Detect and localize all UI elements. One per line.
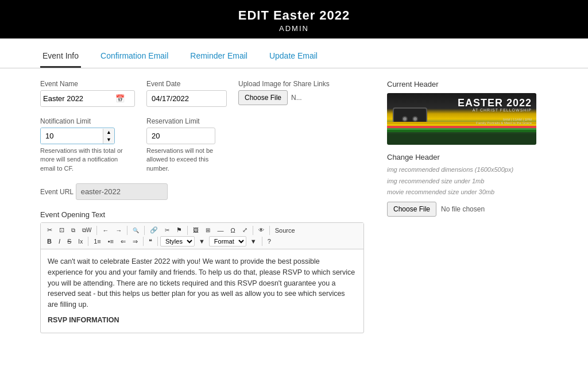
spinner-wrapper: ▲ ▼: [40, 128, 115, 144]
event-url-label: Event URL: [40, 188, 74, 196]
toolbar-link[interactable]: 🔗: [147, 225, 161, 235]
toolbar-undo[interactable]: ←: [99, 226, 111, 235]
upload-label: Upload Image for Share Links: [238, 80, 364, 88]
notification-limit-label: Notification Limit: [40, 117, 135, 125]
sep5: [253, 226, 253, 235]
toolbar-cut[interactable]: ✂: [44, 225, 55, 235]
event-url-input[interactable]: [76, 183, 168, 200]
toolbar-italic[interactable]: I: [56, 237, 63, 246]
right-column: Current Header: [387, 80, 548, 339]
easter-text-area: EASTER 2022 AT CHRIST FELLOWSHIP 9AM | 1…: [458, 98, 532, 125]
styles-select[interactable]: Styles: [160, 236, 195, 246]
hint-movie: movie recommended size under 30mb: [387, 187, 548, 197]
event-url-section: Event URL: [40, 183, 364, 200]
reservation-hint: Reservations will not be allowed to exce…: [146, 147, 227, 173]
tab-event-info[interactable]: Event Info: [40, 44, 81, 68]
file-name: N...: [291, 94, 302, 102]
reservation-limit-label: Reservation Limit: [146, 117, 227, 125]
editor-toolbar: ✂ ⊡ ⧉ ⧉W ← → 🔍 🔗 ✂ ⚑ 🖼: [41, 223, 363, 249]
toolbar-paste[interactable]: ⧉: [68, 226, 78, 235]
toolbar-copy[interactable]: ⊡: [56, 225, 67, 235]
format-select[interactable]: Format: [209, 236, 246, 246]
notification-limit-group: Notification Limit ▲ ▼ Reservations with…: [40, 117, 135, 173]
sep10: [262, 237, 262, 246]
calendar-icon: 📅: [115, 94, 125, 103]
toolbar-help[interactable]: ?: [265, 237, 274, 246]
main-content: Event Name 📅 Event Date Upload Image for…: [0, 68, 588, 350]
toolbar-outdent[interactable]: ⇐: [118, 237, 129, 246]
editor-body[interactable]: We can't wait to celebrate Easter 2022 w…: [41, 249, 363, 333]
reservation-limit-input[interactable]: [146, 128, 215, 144]
event-date-input[interactable]: [146, 90, 227, 107]
toolbar-bold[interactable]: B: [44, 237, 55, 246]
event-date-label: Event Date: [146, 80, 227, 88]
change-header-choose-file-button[interactable]: Choose File: [387, 202, 436, 217]
editor-container: ✂ ⊡ ⧉ ⧉W ← → 🔍 🔗 ✂ ⚑ 🖼: [40, 222, 364, 333]
tab-reminder-email[interactable]: Reminder Email: [188, 44, 250, 68]
editor-body-text: We can't wait to celebrate Easter 2022 w…: [48, 257, 355, 309]
form-row-2: Notification Limit ▲ ▼ Reservations with…: [40, 117, 364, 173]
admin-label: ADMIN: [0, 24, 588, 33]
sep3: [144, 226, 145, 235]
toolbar-row-1: ✂ ⊡ ⧉ ⧉W ← → 🔍 🔗 ✂ ⚑ 🖼: [44, 225, 360, 235]
form-row-1: Event Name 📅 Event Date Upload Image for…: [40, 80, 364, 107]
event-name-input[interactable]: [41, 91, 115, 106]
toolbar-paste-word[interactable]: ⧉W: [79, 226, 94, 235]
toolbar-unlink[interactable]: ✂: [162, 226, 172, 234]
toolbar-subscript[interactable]: Ix: [75, 237, 86, 246]
toolbar-anchor[interactable]: ⚑: [173, 225, 185, 235]
toolbar-indent[interactable]: ⇒: [130, 237, 141, 246]
toolbar-omega[interactable]: Ω: [227, 226, 238, 235]
toolbar-redo[interactable]: →: [113, 226, 125, 235]
at-cf-text: AT CHRIST FELLOWSHIP: [458, 108, 532, 112]
toolbar-ul[interactable]: •≡: [105, 237, 117, 246]
toolbar-strikethrough[interactable]: S: [64, 237, 74, 246]
event-name-group: Event Name 📅: [40, 80, 135, 107]
cassette-reel-right: [412, 116, 418, 122]
toolbar-styles-arrow[interactable]: ▼: [196, 237, 208, 246]
change-header-file-row: Choose File No file chosen: [387, 202, 548, 217]
notification-limit-input[interactable]: [41, 128, 103, 144]
toolbar-ol[interactable]: 1≡: [91, 237, 104, 246]
sep7: [88, 237, 88, 246]
header-image-preview: EASTER 2022 AT CHRIST FELLOWSHIP 9AM | 1…: [387, 93, 536, 145]
sep2: [127, 226, 127, 235]
tab-update-email[interactable]: Update Email: [267, 44, 320, 68]
spinner-up[interactable]: ▲: [103, 129, 114, 136]
notification-hint: Reservations with this total or more wil…: [40, 147, 132, 173]
toolbar-image[interactable]: 🖼: [190, 226, 202, 234]
no-file-chosen-text: No file chosen: [441, 205, 485, 213]
sep6: [269, 226, 270, 235]
change-header-label: Change Header: [387, 153, 548, 161]
editor-section: Event Opening Text ✂ ⊡ ⧉ ⧉W ← → 🔍 🔗: [40, 210, 364, 333]
tab-confirmation-email[interactable]: Confirmation Email: [98, 44, 171, 68]
toolbar-format-arrow[interactable]: ▼: [247, 237, 260, 246]
toolbar-table[interactable]: ⊞: [203, 226, 213, 234]
page-header: EDIT Easter 2022 ADMIN: [0, 0, 588, 38]
choose-file-button[interactable]: Choose File: [238, 90, 288, 105]
rsvp-heading: RSVP INFORMATION: [48, 315, 357, 326]
event-name-label: Event Name: [40, 80, 135, 88]
tabs-bar: Event Info Confirmation Email Reminder E…: [0, 44, 588, 68]
sep1: [96, 226, 97, 235]
toolbar-blockquote[interactable]: ❝: [146, 237, 155, 246]
reservation-limit-group: Reservation Limit Reservations will not …: [146, 117, 227, 173]
toolbar-find[interactable]: 🔍: [130, 226, 142, 234]
easter-2022-preview-text: EASTER 2022: [458, 98, 532, 108]
sep4: [187, 226, 188, 235]
sep8: [143, 237, 144, 246]
toolbar-source[interactable]: Source: [272, 226, 298, 235]
page-title: EDIT Easter 2022: [0, 8, 588, 23]
service-times: 9AM | 11AM | 1PMFamily Portraits & Meet …: [458, 118, 532, 125]
event-date-group: Event Date: [146, 80, 227, 107]
toolbar-hr[interactable]: —: [214, 226, 226, 235]
hint-dimensions: img recommended dimensions (1600x500px): [387, 165, 548, 175]
stripe-dark-green: [387, 130, 536, 132]
toolbar-preview[interactable]: 👁: [256, 226, 267, 234]
file-input-wrapper: Choose File N...: [238, 90, 364, 105]
hint-size: img recommended size under 1mb: [387, 176, 548, 186]
current-header-label: Current Header: [387, 80, 548, 88]
toolbar-maximize[interactable]: ⤢: [239, 225, 250, 235]
editor-label: Event Opening Text: [40, 210, 364, 219]
spinner-down[interactable]: ▼: [103, 136, 114, 144]
